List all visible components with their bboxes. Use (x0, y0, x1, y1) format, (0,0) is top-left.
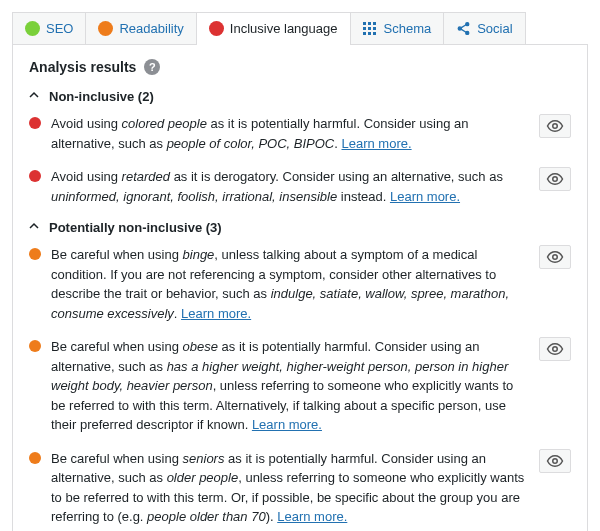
svg-point-8 (553, 347, 558, 352)
analysis-item: Be careful when using seniors as it is p… (29, 449, 571, 527)
highlight-toggle-button[interactable] (539, 337, 571, 361)
status-dot-red-icon (29, 117, 41, 129)
item-text: Avoid using colored people as it is pote… (51, 114, 529, 153)
results-title: Analysis results (29, 59, 136, 75)
learn-more-link[interactable]: Learn more. (390, 189, 460, 204)
smile-icon (25, 21, 40, 36)
analysis-results-heading: Analysis results ? (29, 59, 571, 75)
group-toggle-potentially-non-inclusive[interactable]: Potentially non-inclusive (3) (29, 220, 571, 235)
tab-schema[interactable]: Schema (350, 12, 445, 44)
tab-social[interactable]: Social (443, 12, 525, 44)
svg-point-9 (553, 458, 558, 463)
analysis-item: Be careful when using binge, unless talk… (29, 245, 571, 323)
help-icon[interactable]: ? (144, 59, 160, 75)
svg-line-3 (461, 25, 466, 28)
chevron-up-icon (29, 223, 39, 233)
tab-seo[interactable]: SEO (12, 12, 86, 44)
grid-icon (363, 21, 378, 36)
eye-icon (546, 452, 564, 470)
analysis-panel: Analysis results ? Non-inclusive (2) Avo… (12, 45, 588, 531)
share-icon (456, 21, 471, 36)
highlight-toggle-button[interactable] (539, 245, 571, 269)
tab-label: Readability (119, 21, 183, 36)
tab-label: SEO (46, 21, 73, 36)
svg-point-6 (553, 177, 558, 182)
status-dot-orange-icon (29, 340, 41, 352)
tab-bar: SEO Readability Inclusive language Schem… (12, 12, 588, 45)
status-dot-orange-icon (29, 452, 41, 464)
analysis-item: Avoid using colored people as it is pote… (29, 114, 571, 153)
analysis-item: Avoid using retarded as it is derogatory… (29, 167, 571, 206)
group-label: Non-inclusive (2) (49, 89, 154, 104)
svg-point-5 (553, 124, 558, 129)
item-text: Avoid using retarded as it is derogatory… (51, 167, 529, 206)
tab-label: Inclusive language (230, 21, 338, 36)
item-text: Be careful when using seniors as it is p… (51, 449, 529, 527)
chevron-up-icon (29, 92, 39, 102)
neutral-face-icon (98, 21, 113, 36)
eye-icon (546, 248, 564, 266)
tab-label: Schema (384, 21, 432, 36)
highlight-toggle-button[interactable] (539, 114, 571, 138)
highlight-toggle-button[interactable] (539, 167, 571, 191)
sad-face-icon (209, 21, 224, 36)
item-text: Be careful when using obese as it is pot… (51, 337, 529, 435)
analysis-item: Be careful when using obese as it is pot… (29, 337, 571, 435)
tab-readability[interactable]: Readability (85, 12, 196, 44)
highlight-toggle-button[interactable] (539, 449, 571, 473)
status-dot-red-icon (29, 170, 41, 182)
group-toggle-non-inclusive[interactable]: Non-inclusive (2) (29, 89, 571, 104)
svg-point-7 (553, 255, 558, 260)
status-dot-orange-icon (29, 248, 41, 260)
learn-more-link[interactable]: Learn more. (181, 306, 251, 321)
item-text: Be careful when using binge, unless talk… (51, 245, 529, 323)
eye-icon (546, 340, 564, 358)
svg-line-4 (461, 29, 466, 32)
tab-label: Social (477, 21, 512, 36)
learn-more-link[interactable]: Learn more. (342, 136, 412, 151)
eye-icon (546, 170, 564, 188)
tab-inclusive-language[interactable]: Inclusive language (196, 12, 351, 44)
group-label: Potentially non-inclusive (3) (49, 220, 222, 235)
learn-more-link[interactable]: Learn more. (277, 509, 347, 524)
learn-more-link[interactable]: Learn more. (252, 417, 322, 432)
eye-icon (546, 117, 564, 135)
